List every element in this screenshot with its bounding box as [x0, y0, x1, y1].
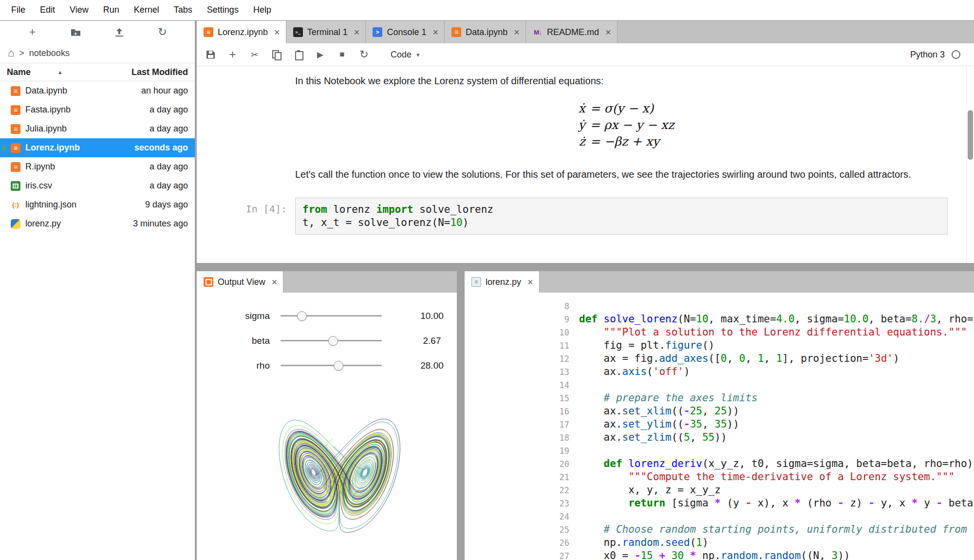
code-line[interactable]: ax.axis('off')	[579, 366, 690, 377]
menu-item[interactable]: File	[4, 5, 33, 15]
paste-cells-button[interactable]	[287, 45, 309, 64]
file-row[interactable]: iris.csv a day ago	[0, 176, 195, 195]
code-line[interactable]: """Plot a solution to the Lorenz differe…	[579, 326, 967, 338]
slider-handle[interactable]	[334, 361, 343, 371]
menu-item[interactable]: Help	[246, 5, 279, 15]
menu-item[interactable]: Run	[96, 5, 127, 15]
code-line[interactable]: ax.set_zlim((5, 55))	[579, 431, 727, 443]
tab-close-icon[interactable]: ×	[274, 27, 280, 38]
run-button[interactable]: ▶	[309, 45, 331, 64]
file-name: Lorenz.ipynb	[25, 143, 134, 153]
menu-item[interactable]: Kernel	[127, 5, 167, 15]
menu-item[interactable]: View	[62, 5, 96, 15]
slider-track[interactable]	[281, 315, 382, 317]
file-modified: 9 days ago	[145, 200, 188, 210]
code-line[interactable]: t, x_t = solve_lorenz(N=10)	[302, 216, 940, 229]
file-row[interactable]: R.ipynb a day ago	[0, 157, 195, 176]
code-line[interactable]: ax.set_xlim((-25, 25))	[579, 405, 739, 417]
slider-label: beta	[197, 336, 270, 346]
toolbar-button-icon: +	[229, 48, 236, 61]
file-name: lightning.json	[25, 200, 145, 210]
code-line[interactable]: x0 = -15 + 30 * np.random.random((N, 3))	[579, 550, 850, 560]
menu-item[interactable]: Edit	[33, 5, 62, 15]
kernel-name[interactable]: Python 3	[910, 50, 945, 60]
cell-editor[interactable]: from lorenz import solve_lorenz t, x_t =…	[295, 198, 948, 235]
file-modified: 3 minutes ago	[133, 219, 188, 229]
code-line[interactable]: return [sigma * (y - x), x * (rho - z) -…	[579, 497, 974, 509]
code-line[interactable]: def lorenz_deriv(x_y_z, t0, sigma=sigma,…	[579, 458, 974, 469]
scrollbar-thumb[interactable]	[968, 110, 973, 160]
tab-close-icon[interactable]: ×	[527, 277, 533, 288]
menu-item[interactable]: Tabs	[167, 5, 200, 15]
menu-item[interactable]: Settings	[200, 5, 246, 15]
notebook-panel: In this Notebook we explore the Lorenz s…	[197, 66, 974, 263]
column-last-modified[interactable]: Last Modified	[131, 67, 188, 77]
restart-kernel-button[interactable]: ↻	[353, 45, 375, 64]
tab-close-icon[interactable]: ×	[605, 27, 611, 38]
parameter-sliders: sigma 10.00 beta 2.67	[197, 293, 457, 378]
new-launcher-button[interactable]: +	[24, 24, 41, 40]
equation-lhs: ẋ	[569, 100, 585, 117]
code-line[interactable]: """Compute the time-derivative of a Lore…	[579, 471, 955, 483]
dock-tab[interactable]: Data.ipynb ×	[445, 21, 526, 43]
editor-line: 8	[471, 293, 974, 299]
code-line[interactable]: ax.set_ylim((-35, 35))	[579, 418, 739, 430]
dock-tab[interactable]: Lorenz.ipynb ×	[197, 21, 286, 43]
cell-type-dropdown[interactable]: Code ▾	[391, 50, 420, 60]
new-folder-button[interactable]	[68, 24, 84, 40]
code-line[interactable]: np.random.seed(1)	[579, 537, 709, 548]
home-icon[interactable]: ⌂	[8, 47, 14, 59]
stop-button[interactable]: ■	[331, 45, 353, 64]
output-view-tab[interactable]: Output View ×	[197, 271, 283, 293]
copy-cells-button[interactable]	[265, 45, 287, 64]
cut-cells-button[interactable]: ✂	[244, 45, 265, 64]
equation-rhs: = ρx − y − xz	[590, 117, 674, 133]
slider-track[interactable]	[281, 340, 382, 341]
file-row[interactable]: Julia.ipynb a day ago	[0, 119, 195, 138]
file-row[interactable]: Lorenz.ipynb seconds ago	[0, 138, 195, 157]
tab-close-icon[interactable]: ×	[514, 27, 520, 38]
refresh-button[interactable]: ↻	[154, 24, 171, 40]
upload-button[interactable]	[111, 24, 128, 40]
code-editor[interactable]: 8 9def solve_lorenz(N=10, max_time=4.0, …	[465, 293, 974, 560]
file-row[interactable]: lorenz.py 3 minutes ago	[0, 214, 195, 233]
dock-tab[interactable]: Console 1 ×	[366, 21, 445, 43]
slider-track[interactable]	[281, 365, 382, 366]
notebook-scrollbar[interactable]	[966, 66, 974, 263]
code-line[interactable]: x, y, z = x_y_z	[579, 484, 721, 496]
tab-close-icon[interactable]: ×	[354, 27, 360, 38]
file-icon	[471, 277, 481, 287]
line-number: 23	[558, 497, 579, 510]
equation-rhs: = −βz + xy	[590, 133, 660, 150]
tab-close-icon[interactable]: ×	[272, 277, 278, 288]
equation-rhs: = σ(y − x)	[590, 100, 654, 117]
breadcrumb-path[interactable]: notebooks	[29, 48, 70, 58]
slider-handle[interactable]	[297, 311, 307, 321]
line-number: 16	[558, 405, 579, 418]
code-line[interactable]: # prepare the axes limits	[579, 392, 758, 404]
file-type-icon	[11, 86, 20, 96]
dock-tab[interactable]: Terminal 1 ×	[286, 21, 366, 43]
code-line[interactable]: def solve_lorenz(N=10, max_time=4.0, sig…	[579, 313, 974, 325]
code-line[interactable]: from lorenz import solve_lorenz	[302, 203, 940, 216]
slider-handle[interactable]	[328, 336, 338, 346]
file-row[interactable]: Fasta.ipynb a day ago	[0, 100, 195, 119]
insert-cell-button[interactable]: +	[222, 45, 244, 64]
code-line[interactable]: # Choose random starting points, uniform…	[579, 523, 974, 535]
output-view-tab-bar: Output View ×	[197, 271, 457, 293]
line-number: 18	[558, 431, 579, 445]
output-view-content: sigma 10.00 beta 2.67	[197, 293, 457, 560]
sort-ascending-icon: ▲	[57, 69, 63, 75]
file-row[interactable]: Data.ipynb an hour ago	[0, 81, 195, 100]
editor-tab[interactable]: lorenz.py ×	[465, 271, 540, 293]
code-line[interactable]: ax = fig.add_axes([0, 0, 1, 1], projecti…	[579, 353, 899, 364]
tab-label: Console 1	[387, 27, 426, 37]
column-name[interactable]: Name ▲	[7, 67, 63, 77]
tab-close-icon[interactable]: ×	[433, 27, 439, 38]
dock-tab[interactable]: README.md ×	[526, 21, 618, 43]
save-button[interactable]	[200, 45, 222, 64]
code-line[interactable]: fig = plt.figure()	[579, 339, 714, 351]
cell-prompt-empty	[197, 74, 295, 181]
file-row[interactable]: lightning.json 9 days ago	[0, 195, 195, 214]
file-type-icon	[11, 200, 20, 210]
